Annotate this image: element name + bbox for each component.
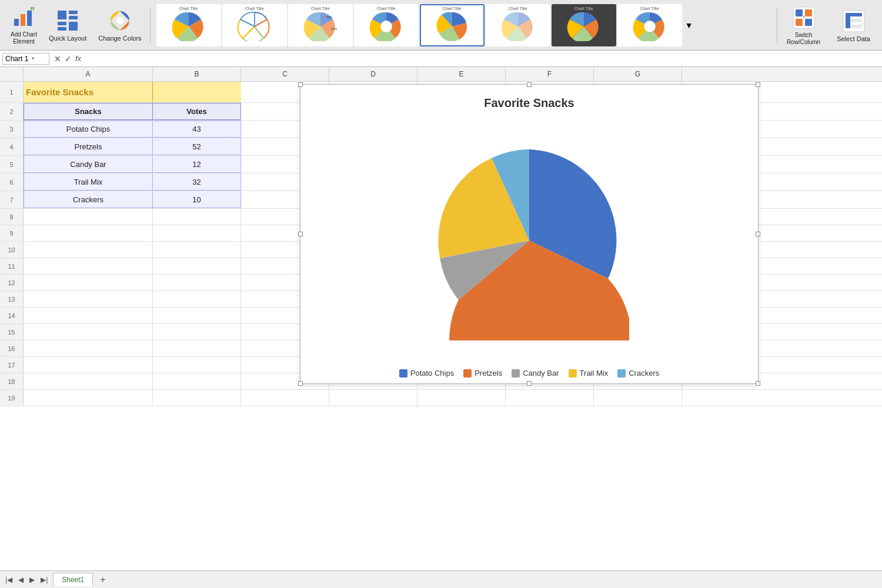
handle-bottom[interactable] [527,381,532,386]
col-header-f[interactable]: F [506,67,594,81]
chart-style-3[interactable]: Chart Title 43% 21% [288,4,353,46]
svg-rect-6 [69,11,78,14]
chart-style-5[interactable]: Chart Title [420,4,485,46]
chart-style-2[interactable]: Chart Title [222,4,287,46]
cell-b1[interactable] [153,82,241,102]
change-colors-button[interactable]: Change Colors [92,2,147,48]
cell-a11[interactable] [24,258,153,274]
sheet-tab-1[interactable]: Sheet1 [53,573,93,586]
handle-bottom-left[interactable] [298,381,303,386]
cell-b13[interactable] [153,291,241,307]
snack-2: Pretzels [75,142,102,151]
cell-b2[interactable]: Votes [153,103,241,120]
nav-right-end[interactable]: ▶| [38,574,51,585]
nav-left-start[interactable]: |◀ [2,574,15,585]
thumb-label-7: Chart Title [574,6,593,11]
cell-b14[interactable] [153,308,241,323]
handle-right[interactable] [756,232,760,236]
cell-a2[interactable]: Snacks [24,103,153,120]
row-num-14: 14 [0,308,24,323]
cell-a1[interactable]: Favorite Snacks [24,82,153,102]
cell-b5[interactable]: 12 [153,156,241,173]
svg-point-12 [116,17,123,24]
cell-a5[interactable]: Candy Bar [24,156,153,173]
handle-top[interactable] [527,82,532,87]
cell-b17[interactable] [153,357,241,373]
cell-a12[interactable] [24,275,153,290]
nav-right[interactable]: ▶ [26,574,38,585]
select-data-button[interactable]: Select Data [830,2,877,48]
cell-b19[interactable] [153,390,241,406]
col-header-e[interactable]: E [417,67,506,81]
chart-style-6[interactable]: Chart Title [486,4,550,46]
col-header-d[interactable]: D [329,67,417,81]
nav-left[interactable]: ◀ [15,574,26,585]
cell-c19[interactable] [241,390,329,406]
cell-a9[interactable] [24,225,153,241]
cell-b15[interactable] [153,324,241,340]
cell-a4[interactable]: Pretzels [24,138,153,155]
legend-color-potato-chips [399,369,407,377]
cell-b3[interactable]: 43 [153,121,241,138]
cell-a19[interactable] [24,390,153,406]
legend-label-potato-chips: Potato Chips [410,369,454,377]
cell-b10[interactable] [153,242,241,258]
cell-b8[interactable] [153,209,241,225]
svg-rect-1 [21,14,25,26]
cell-f19[interactable] [506,390,594,406]
switch-row-column-button[interactable]: SwitchRow/Column [780,2,827,48]
row-num-18: 18 [0,373,24,389]
chart-style-7[interactable]: Chart Title [552,4,616,46]
snack-1: Potato Chips [66,125,110,133]
cell-b11[interactable] [153,258,241,274]
handle-top-right[interactable] [756,82,760,87]
cell-a7[interactable]: Crackers [24,191,153,208]
chart-style-1[interactable]: Chart Title [156,4,221,46]
col-header-g[interactable]: G [594,67,682,81]
chart-style-4[interactable]: Chart Title [354,4,419,46]
cell-a17[interactable] [24,357,153,373]
cell-b12[interactable] [153,275,241,290]
legend-label-trail-mix: Trail Mix [580,369,609,377]
cell-b6[interactable]: 32 [153,173,241,191]
change-colors-icon [108,9,132,32]
cell-a18[interactable] [24,373,153,389]
cell-b18[interactable] [153,373,241,389]
add-sheet-button[interactable]: + [95,573,110,586]
cell-a6[interactable]: Trail Mix [24,173,153,191]
cell-a14[interactable] [24,308,153,323]
cell-a10[interactable] [24,242,153,258]
cell-reference-box[interactable]: Chart 1 ▼ [2,53,49,65]
cell-a8[interactable] [24,209,153,225]
handle-left[interactable] [298,232,303,236]
cell-g19[interactable] [594,390,682,406]
function-icon[interactable]: fx [75,54,81,63]
cell-b4[interactable]: 52 [153,138,241,155]
quick-layout-button[interactable]: Quick Layout [43,2,92,48]
cancel-icon[interactable]: ✕ [54,54,61,64]
switch-row-column-icon [791,5,817,31]
cell-d19[interactable] [329,390,417,406]
add-chart-element-button[interactable]: + Add ChartElement [5,2,43,48]
cell-a15[interactable] [24,324,153,340]
cell-e19[interactable] [417,390,506,406]
row-num-16: 16 [0,340,24,356]
cell-b9[interactable] [153,225,241,241]
more-chart-styles-button[interactable]: ▼ [683,4,695,46]
cell-b16[interactable] [153,340,241,356]
handle-bottom-right[interactable] [756,381,760,386]
chart-style-8[interactable]: Chart Title [617,4,682,46]
col-header-c[interactable]: C [241,67,329,81]
snack-4: Trail Mix [74,178,103,186]
cell-ref-dropdown[interactable]: ▼ [31,56,35,61]
handle-top-left[interactable] [298,82,303,87]
cell-a16[interactable] [24,340,153,356]
confirm-icon[interactable]: ✓ [65,54,72,64]
cell-b7[interactable]: 10 [153,191,241,208]
col-header-a[interactable]: A [24,67,153,81]
row-num-11: 11 [0,258,24,274]
cell-a3[interactable]: Potato Chips [24,121,153,138]
col-header-b[interactable]: B [153,67,241,81]
cell-a13[interactable] [24,291,153,307]
chart-container[interactable]: Favorite Snacks [300,84,759,384]
